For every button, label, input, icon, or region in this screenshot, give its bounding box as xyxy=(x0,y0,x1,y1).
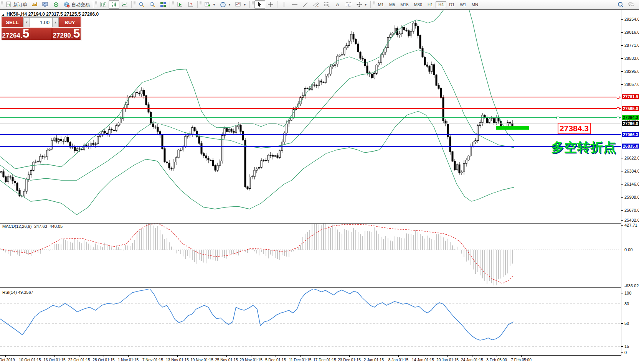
tf-h4[interactable]: H4 xyxy=(436,1,446,8)
time-label: 8 Jan 01:15 xyxy=(388,358,408,362)
rsi-axis-label: 15 xyxy=(624,344,629,349)
macd-pane[interactable] xyxy=(0,223,621,287)
time-tick xyxy=(30,355,30,357)
rsi-tick xyxy=(621,323,623,324)
time-tick xyxy=(423,355,423,357)
tf-h1[interactable]: H1 xyxy=(425,1,436,8)
time-axis-line xyxy=(0,355,621,356)
hline-27266.0[interactable] xyxy=(0,124,621,124)
equidistant-channel-icon[interactable]: E xyxy=(311,0,322,9)
chinese-annotation[interactable]: 多空转折点 xyxy=(551,139,616,156)
price-tick xyxy=(621,84,623,85)
tf-d1[interactable]: D1 xyxy=(446,1,457,8)
chart-shift-icon[interactable] xyxy=(185,0,196,9)
volume-input[interactable]: 1.00 xyxy=(30,17,52,27)
time-label: 11 Dec 01:15 xyxy=(289,358,312,362)
hline-27781.9[interactable] xyxy=(0,97,621,97)
line-chart-icon[interactable] xyxy=(119,0,130,9)
rsi-separator[interactable] xyxy=(0,287,621,289)
tf-m5[interactable]: M5 xyxy=(386,1,398,8)
collapse-arrow-icon[interactable]: ▲ xyxy=(2,13,5,16)
time-tick xyxy=(153,355,153,357)
price-tick xyxy=(621,71,623,72)
price-axis-line xyxy=(621,10,621,355)
rsi-pane[interactable] xyxy=(0,289,621,355)
indicators-dropdown[interactable]: ▼ xyxy=(233,0,248,9)
price-tick xyxy=(621,32,623,33)
caret-down-icon: ▼ xyxy=(213,3,216,7)
time-label: 23 Dec 01:15 xyxy=(338,358,361,362)
price-tick xyxy=(621,45,623,46)
hline-27565.0[interactable] xyxy=(0,108,621,109)
time-tick xyxy=(374,355,374,357)
volume-up-button[interactable]: ▲ xyxy=(52,17,59,27)
new-order-button[interactable]: 新订单 xyxy=(3,0,29,9)
time-label: 22 Oct 01:15 xyxy=(68,358,90,362)
buy-price-button[interactable]: 27280.5 xyxy=(52,28,81,40)
volume-down-button[interactable]: ▼ xyxy=(23,17,30,27)
tf-m1[interactable]: M1 xyxy=(375,1,386,8)
sell-button[interactable]: SELL xyxy=(2,17,23,27)
price-label: 29254.0 xyxy=(624,17,639,21)
auto-trading-button[interactable]: 自动交易 xyxy=(61,0,92,9)
bb-middle xyxy=(0,50,514,180)
tf-mn[interactable]: MN xyxy=(469,1,481,8)
horizontal-line-icon[interactable] xyxy=(289,0,300,9)
zoom-in-icon[interactable] xyxy=(136,0,147,9)
market-watch-icon[interactable] xyxy=(29,0,40,9)
periods-clock-icon xyxy=(220,1,226,8)
shapes-arrows-icon xyxy=(356,1,363,8)
tf-m30[interactable]: M30 xyxy=(411,1,425,8)
chat-icon[interactable] xyxy=(626,0,637,9)
time-label: 7 Feb 05:00 xyxy=(511,358,531,362)
fibonacci-icon[interactable]: F xyxy=(322,0,332,9)
search-icon[interactable] xyxy=(615,0,626,9)
chart-window[interactable]: ▲HK50-,H4 27194.0 27317.5 27125.5 27266.… xyxy=(0,10,639,364)
macd-axis-label: -636.02 xyxy=(624,283,639,288)
hline-27066.3[interactable] xyxy=(0,134,621,135)
buy-button[interactable]: BUY xyxy=(59,17,81,27)
navigator-icon[interactable] xyxy=(51,0,61,9)
price-label: 25908.0 xyxy=(624,195,639,199)
tile-windows-icon[interactable] xyxy=(158,0,168,9)
time-tick xyxy=(79,355,79,357)
green-rectangle-object[interactable] xyxy=(496,126,529,130)
time-label: 7 Nov 01:15 xyxy=(142,358,163,362)
price-label: 26146.0 xyxy=(624,182,639,186)
tf-w1[interactable]: W1 xyxy=(457,1,469,8)
trendline-icon[interactable] xyxy=(300,0,311,9)
crosshair-icon[interactable] xyxy=(265,0,276,9)
hline-26835.0[interactable] xyxy=(0,146,621,147)
candlestick-chart-icon[interactable] xyxy=(109,0,119,9)
hline-handle[interactable] xyxy=(556,117,559,119)
new-chart-dropdown[interactable]: ▼ xyxy=(202,0,218,9)
bar-chart-icon[interactable] xyxy=(98,0,109,9)
text-icon[interactable]: A xyxy=(332,0,343,9)
caret-down-icon: ▼ xyxy=(364,3,367,7)
price-label: 26622.0 xyxy=(624,156,639,160)
rsi-tick xyxy=(621,293,623,293)
zoom-out-icon[interactable] xyxy=(147,0,158,9)
shapes-dropdown[interactable]: ▼ xyxy=(354,0,369,9)
hline-handle[interactable] xyxy=(617,107,619,110)
hline-handle[interactable] xyxy=(617,117,619,119)
hline-handle[interactable] xyxy=(617,96,619,99)
main-chart-pane[interactable] xyxy=(0,10,621,221)
pivot-price-label[interactable]: 27384.3 xyxy=(558,123,591,134)
hline-27384.3[interactable] xyxy=(0,117,621,118)
auto-scroll-icon[interactable] xyxy=(175,0,185,9)
rsi-tick xyxy=(621,352,623,353)
data-window-icon[interactable] xyxy=(40,0,51,9)
time-label: 17 Dec 01:15 xyxy=(313,358,336,362)
price-badge-26835.0: 26835.0 xyxy=(622,144,639,149)
cursor-icon[interactable] xyxy=(254,0,265,9)
time-label: 10 Oct 01:15 xyxy=(19,358,41,362)
text-label-icon[interactable]: T xyxy=(343,0,354,9)
time-tick xyxy=(472,355,472,357)
auto-trading-icon xyxy=(63,1,70,8)
sell-price-button[interactable]: 27264.5 xyxy=(2,28,30,40)
periods-dropdown[interactable]: ▼ xyxy=(218,0,233,9)
macd-separator[interactable] xyxy=(0,222,621,224)
vertical-line-icon[interactable] xyxy=(279,0,289,9)
tf-m15[interactable]: M15 xyxy=(398,1,411,8)
